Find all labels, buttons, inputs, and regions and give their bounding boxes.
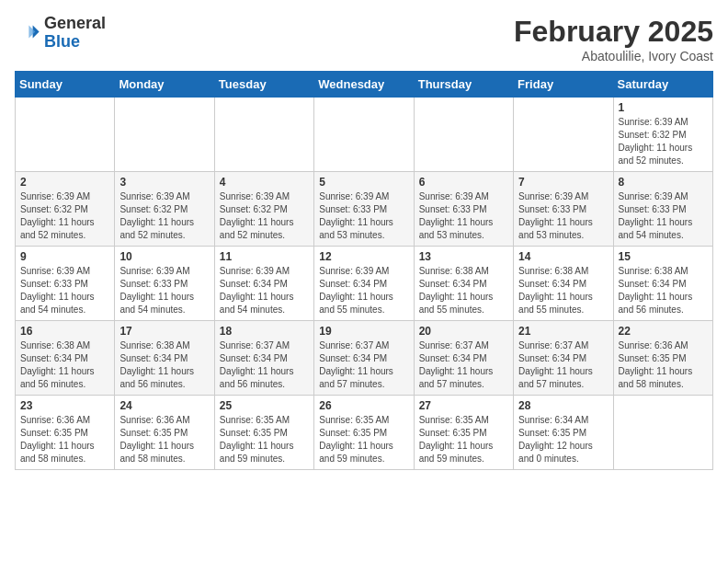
calendar-cell <box>514 98 613 172</box>
day-info: Sunrise: 6:38 AM Sunset: 6:34 PM Dayligh… <box>119 339 209 391</box>
weekday-wednesday: Wednesday <box>314 72 414 98</box>
day-number: 17 <box>119 325 209 338</box>
calendar-cell: 12Sunrise: 6:39 AM Sunset: 6:34 PM Dayli… <box>314 247 414 321</box>
calendar-cell: 26Sunrise: 6:35 AM Sunset: 6:35 PM Dayli… <box>314 396 414 470</box>
day-info: Sunrise: 6:39 AM Sunset: 6:33 PM Dayligh… <box>20 265 109 316</box>
day-info: Sunrise: 6:36 AM Sunset: 6:35 PM Dayligh… <box>619 339 708 391</box>
calendar-cell: 6Sunrise: 6:39 AM Sunset: 6:33 PM Daylig… <box>414 172 513 247</box>
calendar-week-4: 16Sunrise: 6:38 AM Sunset: 6:34 PM Dayli… <box>16 321 713 396</box>
day-info: Sunrise: 6:39 AM Sunset: 6:34 PM Dayligh… <box>319 265 408 316</box>
day-info: Sunrise: 6:39 AM Sunset: 6:34 PM Dayligh… <box>220 265 309 316</box>
calendar-cell: 20Sunrise: 6:37 AM Sunset: 6:34 PM Dayli… <box>414 321 513 396</box>
logo: General Blue <box>15 15 106 52</box>
day-number: 19 <box>319 325 408 338</box>
day-number: 27 <box>419 399 508 412</box>
day-info: Sunrise: 6:37 AM Sunset: 6:34 PM Dayligh… <box>220 339 309 391</box>
calendar-cell: 13Sunrise: 6:38 AM Sunset: 6:34 PM Dayli… <box>414 247 513 321</box>
calendar-week-3: 9Sunrise: 6:39 AM Sunset: 6:33 PM Daylig… <box>16 247 713 321</box>
logo-text: General Blue <box>44 15 106 52</box>
day-info: Sunrise: 6:37 AM Sunset: 6:34 PM Dayligh… <box>319 339 408 391</box>
day-number: 25 <box>220 399 309 412</box>
calendar-cell: 4Sunrise: 6:39 AM Sunset: 6:32 PM Daylig… <box>214 172 313 247</box>
day-number: 10 <box>119 250 209 263</box>
month-title: February 2025 <box>514 15 713 49</box>
calendar-cell: 10Sunrise: 6:39 AM Sunset: 6:33 PM Dayli… <box>115 247 214 321</box>
calendar-cell: 5Sunrise: 6:39 AM Sunset: 6:33 PM Daylig… <box>314 172 414 247</box>
day-number: 5 <box>319 176 408 189</box>
calendar-cell: 23Sunrise: 6:36 AM Sunset: 6:35 PM Dayli… <box>16 396 115 470</box>
day-info: Sunrise: 6:36 AM Sunset: 6:35 PM Dayligh… <box>20 414 109 465</box>
calendar-cell: 2Sunrise: 6:39 AM Sunset: 6:32 PM Daylig… <box>16 172 115 247</box>
calendar-cell <box>115 98 214 172</box>
calendar-cell: 17Sunrise: 6:38 AM Sunset: 6:34 PM Dayli… <box>115 321 214 396</box>
calendar-table: SundayMondayTuesdayWednesdayThursdayFrid… <box>15 71 713 470</box>
day-info: Sunrise: 6:34 AM Sunset: 6:35 PM Dayligh… <box>518 414 608 465</box>
day-info: Sunrise: 6:39 AM Sunset: 6:33 PM Dayligh… <box>619 190 708 242</box>
day-number: 3 <box>119 176 209 189</box>
day-info: Sunrise: 6:39 AM Sunset: 6:33 PM Dayligh… <box>419 190 508 242</box>
calendar-cell: 18Sunrise: 6:37 AM Sunset: 6:34 PM Dayli… <box>214 321 313 396</box>
weekday-monday: Monday <box>115 72 214 98</box>
calendar-cell <box>16 98 115 172</box>
calendar-cell: 27Sunrise: 6:35 AM Sunset: 6:35 PM Dayli… <box>414 396 513 470</box>
day-info: Sunrise: 6:36 AM Sunset: 6:35 PM Dayligh… <box>119 414 209 465</box>
day-number: 1 <box>619 101 708 114</box>
day-info: Sunrise: 6:39 AM Sunset: 6:33 PM Dayligh… <box>119 265 209 316</box>
weekday-saturday: Saturday <box>613 72 712 98</box>
calendar-cell: 8Sunrise: 6:39 AM Sunset: 6:33 PM Daylig… <box>613 172 712 247</box>
day-info: Sunrise: 6:37 AM Sunset: 6:34 PM Dayligh… <box>419 339 508 391</box>
day-info: Sunrise: 6:38 AM Sunset: 6:34 PM Dayligh… <box>20 339 109 391</box>
weekday-friday: Friday <box>514 72 613 98</box>
calendar-cell: 15Sunrise: 6:38 AM Sunset: 6:34 PM Dayli… <box>613 247 712 321</box>
calendar-cell <box>314 98 414 172</box>
day-number: 2 <box>20 176 109 189</box>
calendar-week-2: 2Sunrise: 6:39 AM Sunset: 6:32 PM Daylig… <box>16 172 713 247</box>
calendar-cell: 16Sunrise: 6:38 AM Sunset: 6:34 PM Dayli… <box>16 321 115 396</box>
calendar-week-1: 1Sunrise: 6:39 AM Sunset: 6:32 PM Daylig… <box>16 98 713 172</box>
calendar-cell: 25Sunrise: 6:35 AM Sunset: 6:35 PM Dayli… <box>214 396 313 470</box>
calendar-cell: 28Sunrise: 6:34 AM Sunset: 6:35 PM Dayli… <box>514 396 613 470</box>
day-info: Sunrise: 6:38 AM Sunset: 6:34 PM Dayligh… <box>619 265 708 316</box>
calendar-cell: 21Sunrise: 6:37 AM Sunset: 6:34 PM Dayli… <box>514 321 613 396</box>
day-info: Sunrise: 6:39 AM Sunset: 6:32 PM Dayligh… <box>119 190 209 242</box>
calendar-cell: 9Sunrise: 6:39 AM Sunset: 6:33 PM Daylig… <box>16 247 115 321</box>
day-info: Sunrise: 6:35 AM Sunset: 6:35 PM Dayligh… <box>419 414 508 465</box>
weekday-sunday: Sunday <box>16 72 115 98</box>
calendar-week-5: 23Sunrise: 6:36 AM Sunset: 6:35 PM Dayli… <box>16 396 713 470</box>
day-number: 24 <box>119 399 209 412</box>
day-info: Sunrise: 6:38 AM Sunset: 6:34 PM Dayligh… <box>518 265 608 316</box>
day-info: Sunrise: 6:39 AM Sunset: 6:32 PM Dayligh… <box>20 190 109 242</box>
day-number: 9 <box>20 250 109 263</box>
weekday-tuesday: Tuesday <box>214 72 313 98</box>
weekday-thursday: Thursday <box>414 72 513 98</box>
day-number: 14 <box>518 250 608 263</box>
day-info: Sunrise: 6:35 AM Sunset: 6:35 PM Dayligh… <box>319 414 408 465</box>
calendar-cell: 11Sunrise: 6:39 AM Sunset: 6:34 PM Dayli… <box>214 247 313 321</box>
day-number: 22 <box>619 325 708 338</box>
day-info: Sunrise: 6:38 AM Sunset: 6:34 PM Dayligh… <box>419 265 508 316</box>
calendar-cell <box>414 98 513 172</box>
weekday-header-row: SundayMondayTuesdayWednesdayThursdayFrid… <box>16 72 713 98</box>
calendar-cell: 7Sunrise: 6:39 AM Sunset: 6:33 PM Daylig… <box>514 172 613 247</box>
calendar-cell: 19Sunrise: 6:37 AM Sunset: 6:34 PM Dayli… <box>314 321 414 396</box>
page-header: General Blue February 2025 Abatoulilie, … <box>15 15 713 63</box>
calendar-cell: 22Sunrise: 6:36 AM Sunset: 6:35 PM Dayli… <box>613 321 712 396</box>
day-info: Sunrise: 6:39 AM Sunset: 6:32 PM Dayligh… <box>220 190 309 242</box>
day-number: 18 <box>220 325 309 338</box>
day-number: 26 <box>319 399 408 412</box>
day-info: Sunrise: 6:39 AM Sunset: 6:33 PM Dayligh… <box>518 190 608 242</box>
day-number: 12 <box>319 250 408 263</box>
day-number: 28 <box>518 399 608 412</box>
day-number: 15 <box>619 250 708 263</box>
title-block: February 2025 Abatoulilie, Ivory Coast <box>514 15 713 63</box>
day-number: 7 <box>518 176 608 189</box>
calendar-cell: 3Sunrise: 6:39 AM Sunset: 6:32 PM Daylig… <box>115 172 214 247</box>
calendar-cell: 1Sunrise: 6:39 AM Sunset: 6:32 PM Daylig… <box>613 98 712 172</box>
calendar-cell <box>214 98 313 172</box>
day-number: 23 <box>20 399 109 412</box>
location-subtitle: Abatoulilie, Ivory Coast <box>514 49 713 63</box>
day-number: 21 <box>518 325 608 338</box>
day-number: 20 <box>419 325 508 338</box>
day-number: 13 <box>419 250 508 263</box>
day-number: 4 <box>220 176 309 189</box>
